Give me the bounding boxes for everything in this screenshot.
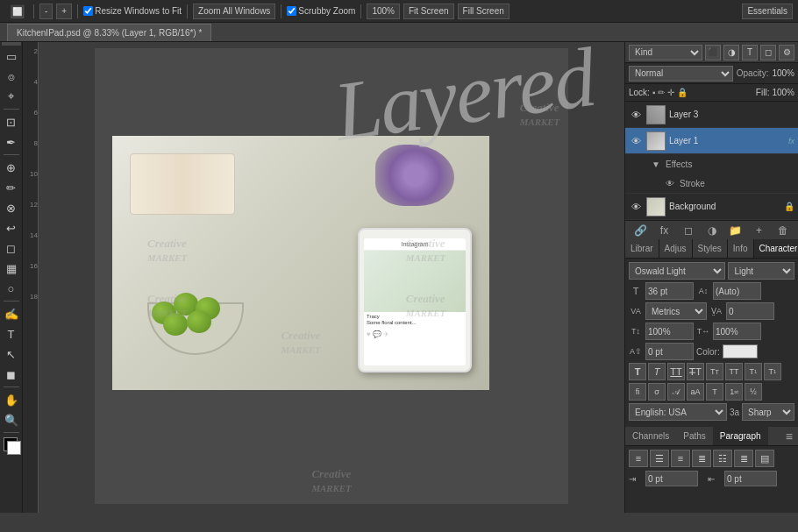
tab-channels[interactable]: Channels (625, 427, 676, 445)
type-aa-btn[interactable]: aA (687, 383, 704, 401)
brush-tool[interactable]: ✏ (2, 178, 21, 197)
filter-pixel-btn[interactable]: ⬛ (705, 45, 721, 60)
type-underline-btn[interactable]: TT (667, 363, 685, 380)
char-aa-select[interactable]: Sharp (742, 403, 794, 421)
para-justify-right-btn[interactable]: ≣ (734, 450, 753, 467)
color-swatch[interactable] (723, 344, 758, 358)
document-tab[interactable]: KitchenIPad.psd @ 8.33% (Layer 1, RGB/16… (7, 24, 211, 41)
tracking-input[interactable] (726, 302, 774, 320)
foreground-color[interactable] (2, 436, 21, 455)
type-style2-btn[interactable]: T (706, 383, 723, 401)
background-visibility[interactable]: 👁 (629, 200, 643, 214)
marquee-tool[interactable]: ▭ (2, 46, 21, 66)
kerning-select[interactable]: Metrics (645, 302, 707, 320)
blend-mode-select[interactable]: Normal (629, 66, 733, 82)
scale-h-input[interactable] (713, 323, 761, 340)
para-justify-left-btn[interactable]: ≣ (692, 450, 711, 467)
char-style-select[interactable]: Light (728, 262, 794, 280)
para-align-right-btn[interactable]: ≡ (671, 450, 690, 467)
app-menu-icon[interactable]: 🔲 (5, 2, 28, 21)
scrubby-zoom-checkbox[interactable]: Scrubby Zoom (287, 6, 355, 16)
lock-pixels-icon[interactable]: ✏ (658, 88, 665, 97)
zoom-all-btn[interactable]: Zoom All Windows (193, 4, 275, 19)
new-group-btn[interactable]: 📁 (728, 223, 744, 238)
char-font-select[interactable]: Oswald Light (629, 262, 725, 280)
tab-character[interactable]: Character (754, 239, 798, 258)
pen-tool[interactable]: ✍ (2, 304, 21, 323)
delete-layer-btn[interactable]: 🗑 (775, 223, 791, 238)
char-lang-select[interactable]: English: USA (629, 403, 727, 421)
type-italic-btn[interactable]: T (648, 363, 666, 380)
tab-libraries[interactable]: Librar (625, 239, 659, 258)
tab-paths[interactable]: Paths (676, 427, 713, 445)
effects-eye[interactable]: ▼ (650, 160, 662, 169)
gradient-tool[interactable]: ▦ (2, 259, 21, 278)
type-super2-btn[interactable]: 1st (725, 383, 743, 401)
para-align-left-btn[interactable]: ≡ (629, 450, 648, 467)
new-layer-btn[interactable]: + (752, 223, 767, 238)
zoom-out-btn[interactable]: - (39, 4, 53, 19)
effects-row[interactable]: ▼ Effects (646, 154, 798, 174)
zoom-tool[interactable]: 🔍 (2, 410, 21, 429)
indent-left-input[interactable] (645, 471, 698, 486)
zoom-in-btn[interactable]: + (56, 4, 72, 19)
crop-tool[interactable]: ⊡ (2, 112, 21, 131)
lock-transparent-icon[interactable]: ▪ (652, 88, 656, 97)
tab-info[interactable]: Info (728, 239, 754, 258)
path-selection-tool[interactable]: ↖ (2, 344, 21, 364)
lasso-tool[interactable]: ⌾ (2, 67, 21, 86)
essentials-btn[interactable]: Essentials (742, 4, 793, 19)
tab-paragraph[interactable]: Paragraph (713, 427, 768, 445)
type-small-caps-btn[interactable]: TT (706, 363, 723, 380)
history-brush-tool[interactable]: ↩ (2, 218, 21, 238)
type-oldstyle-btn[interactable]: σ (648, 383, 666, 401)
layer-3-visibility[interactable]: 👁 (629, 108, 643, 122)
stroke-row[interactable]: 👁 Stroke (646, 174, 798, 193)
wand-tool[interactable]: ⌖ (2, 87, 21, 106)
heal-tool[interactable]: ⊕ (2, 158, 21, 177)
eyedropper-tool[interactable]: ✒ (2, 132, 21, 152)
add-mask-btn[interactable]: ◻ (680, 223, 696, 238)
para-align-center-btn[interactable]: ☰ (650, 450, 669, 467)
layer-item-3[interactable]: 👁 Layer 3 (625, 102, 798, 128)
filter-shape-btn[interactable]: ◻ (760, 45, 776, 60)
baseline-input[interactable] (645, 343, 694, 360)
type-all-caps-btn[interactable]: TT (725, 363, 743, 380)
fit-screen-btn[interactable]: Fit Screen (403, 4, 454, 19)
para-justify-all-btn[interactable]: ▤ (755, 450, 774, 467)
tab-styles[interactable]: Styles (693, 239, 728, 258)
type-ligature-btn[interactable]: fi (629, 383, 646, 401)
type-superscript-btn[interactable]: T1 (745, 363, 762, 380)
fill-screen-btn[interactable]: Fill Screen (458, 4, 509, 19)
lock-position-icon[interactable]: ✛ (667, 88, 674, 97)
tab-adjustments[interactable]: Adjus (659, 239, 693, 258)
zoom-percent-btn[interactable]: 100% (367, 4, 400, 19)
type-strikethrough-btn[interactable]: T̶T (687, 363, 704, 380)
shape-tool[interactable]: ◼ (2, 365, 21, 384)
resize-windows-checkbox[interactable]: Resize Windows to Fit (83, 6, 182, 16)
type-subscript-btn[interactable]: T1 (764, 363, 781, 380)
type-frac-btn[interactable]: ½ (745, 383, 762, 401)
para-justify-center-btn[interactable]: ☷ (713, 450, 732, 467)
indent-right-input[interactable] (724, 471, 777, 486)
panel-menu-icon[interactable]: ≡ (786, 429, 798, 443)
clone-tool[interactable]: ⊗ (2, 198, 21, 217)
filter-type-btn[interactable]: T (742, 45, 758, 60)
leading-input[interactable] (713, 282, 761, 300)
link-layers-btn[interactable]: 🔗 (633, 223, 649, 238)
filter-adj-btn[interactable]: ◑ (723, 45, 739, 60)
stroke-eye[interactable]: 👁 (664, 179, 676, 188)
type-tool[interactable]: T (2, 324, 21, 344)
type-bold-btn[interactable]: T (629, 363, 646, 380)
font-size-input[interactable] (645, 282, 694, 300)
layers-kind-select[interactable]: Kind (629, 45, 702, 60)
layer-item-1[interactable]: 👁 Layer 1 fx (625, 128, 798, 154)
filter-smart-btn[interactable]: ⚙ (779, 45, 794, 60)
adjustment-btn[interactable]: ◑ (704, 223, 720, 238)
add-style-btn[interactable]: fx (657, 223, 673, 238)
eraser-tool[interactable]: ◻ (2, 238, 21, 258)
layer-1-visibility[interactable]: 👁 (629, 134, 643, 148)
layer-background[interactable]: 👁 Background 🔒 (625, 194, 798, 220)
scale-v-input[interactable] (645, 323, 694, 340)
dodge-tool[interactable]: ○ (2, 279, 21, 298)
